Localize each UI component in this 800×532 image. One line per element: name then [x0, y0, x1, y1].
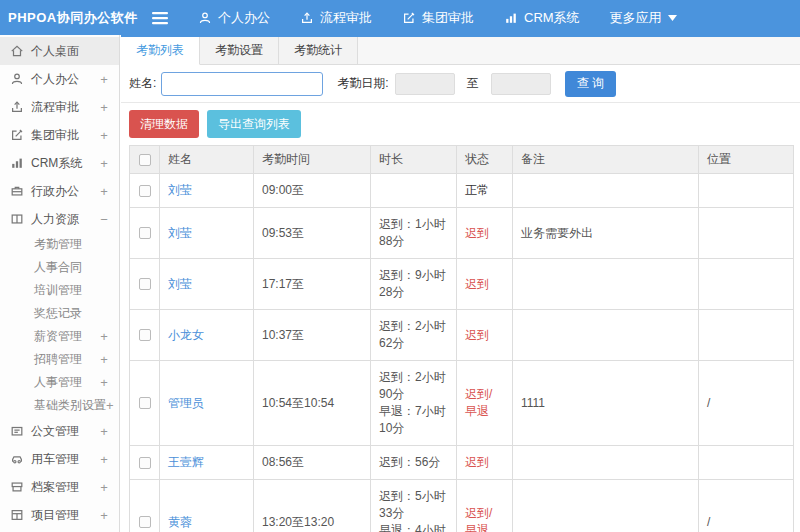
- note-cell: 1111: [513, 361, 699, 446]
- column-header: 备注: [513, 146, 699, 174]
- date-to-label: 至: [467, 75, 479, 92]
- location-cell: /: [699, 480, 794, 532]
- sidebar: 个人桌面个人办公+流程审批+集团审批+CRM系统+行政办公+人力资源−考勤管理人…: [0, 35, 120, 532]
- row-checkbox[interactable]: [139, 329, 151, 341]
- nav-item-crm-system[interactable]: CRM系统: [504, 9, 580, 27]
- select-all-checkbox[interactable]: [139, 154, 151, 166]
- name-cell: 管理员: [160, 361, 254, 446]
- sidebar-item-vehicle-management[interactable]: 用车管理+: [0, 445, 119, 473]
- sidebar-item-label: 档案管理: [31, 479, 92, 496]
- sidebar-subitem-salary-management[interactable]: 薪资管理+: [0, 325, 119, 348]
- note-cell: [513, 446, 699, 480]
- expand-icon: +: [99, 480, 109, 495]
- time-cell: 10:37至: [254, 310, 371, 361]
- row-checkbox[interactable]: [139, 227, 151, 239]
- location-cell: [699, 174, 794, 208]
- name-cell: 王壹辉: [160, 446, 254, 480]
- sidebar-item-crm-system[interactable]: CRM系统+: [0, 149, 119, 177]
- sidebar-item-personal-desktop[interactable]: 个人桌面: [0, 37, 119, 65]
- duration-cell: 迟到：2小时62分: [371, 310, 457, 361]
- expand-icon: +: [99, 72, 109, 87]
- duration-cell: 迟到：1小时88分: [371, 208, 457, 259]
- time-cell: 10:54至10:54: [254, 361, 371, 446]
- sidebar-item-admin-office[interactable]: 行政办公+: [0, 177, 119, 205]
- location-cell: [699, 446, 794, 480]
- sidebar-item-human-resources[interactable]: 人力资源−: [0, 205, 119, 233]
- tab-attendance-settings[interactable]: 考勤设置: [200, 37, 279, 64]
- sidebar-subitem-personnel-contract[interactable]: 人事合同: [0, 256, 119, 279]
- export-list-button[interactable]: 导出查询列表: [207, 110, 301, 138]
- nav-item-personal-office[interactable]: 个人办公: [198, 9, 270, 27]
- sidebar-subitem-training-management[interactable]: 培训管理: [0, 279, 119, 302]
- clean-data-button[interactable]: 清理数据: [129, 110, 199, 138]
- name-filter-input[interactable]: [161, 72, 323, 96]
- name-filter-label: 姓名:: [129, 75, 156, 92]
- expand-icon: [99, 279, 109, 302]
- employee-name-link[interactable]: 刘莹: [168, 277, 192, 291]
- nav-item-more-apps[interactable]: 更多应用: [610, 9, 677, 27]
- sidebar-subitem-basic-category-settings[interactable]: 基础类别设置+: [0, 394, 119, 417]
- employee-name-link[interactable]: 管理员: [168, 396, 204, 410]
- expand-icon: +: [99, 348, 109, 371]
- location-cell: /: [699, 361, 794, 446]
- status-cell: 正常: [457, 174, 513, 208]
- edit-icon: [402, 11, 416, 25]
- employee-name-link[interactable]: 小龙女: [168, 328, 204, 342]
- name-cell: 刘莹: [160, 174, 254, 208]
- nav-item-label: 更多应用: [610, 9, 662, 27]
- status-badge: 迟到: [465, 328, 489, 342]
- sidebar-item-personal-office[interactable]: 个人办公+: [0, 65, 119, 93]
- row-checkbox-cell: [130, 259, 160, 310]
- main-content: 考勤列表考勤设置考勤统计 姓名: 考勤日期: 至 查 询 清理数据 导出查询列表…: [121, 35, 800, 532]
- note-cell: [513, 174, 699, 208]
- date-to-input[interactable]: [491, 73, 551, 95]
- name-cell: 刘莹: [160, 208, 254, 259]
- employee-name-link[interactable]: 刘莹: [168, 183, 192, 197]
- caret-down-icon: [668, 15, 677, 21]
- search-button[interactable]: 查 询: [565, 71, 616, 97]
- row-checkbox[interactable]: [139, 516, 151, 528]
- sidebar-subitem-label: 考勤管理: [34, 233, 99, 256]
- top-nav: 个人办公流程审批集团审批CRM系统更多应用: [198, 9, 677, 27]
- time-cell: 17:17至: [254, 259, 371, 310]
- row-checkbox-cell: [130, 174, 160, 208]
- time-cell: 09:53至: [254, 208, 371, 259]
- sidebar-item-project-management[interactable]: 项目管理+: [0, 501, 119, 529]
- sidebar-item-group-approval[interactable]: 集团审批+: [0, 121, 119, 149]
- employee-name-link[interactable]: 黄蓉: [168, 515, 192, 529]
- sidebar-subitem-label: 奖惩记录: [34, 302, 99, 325]
- date-from-input[interactable]: [395, 73, 455, 95]
- attendance-table: 姓名考勤时间时长状态备注位置 刘莹09:00至正常刘莹09:53至迟到：1小时8…: [129, 145, 794, 532]
- table-row: 刘莹09:00至正常: [130, 174, 794, 208]
- tab-attendance-list[interactable]: 考勤列表: [121, 37, 200, 65]
- tab-attendance-statistics[interactable]: 考勤统计: [279, 37, 358, 64]
- table-row: 刘莹09:53至迟到：1小时88分迟到业务需要外出: [130, 208, 794, 259]
- status-cell: 迟到/早退: [457, 480, 513, 532]
- name-cell: 黄蓉: [160, 480, 254, 532]
- user-icon: [10, 72, 24, 86]
- expand-icon: +: [106, 394, 114, 417]
- sidebar-subitem-attendance-management[interactable]: 考勤管理: [0, 233, 119, 256]
- row-checkbox[interactable]: [139, 185, 151, 197]
- sidebar-item-archive-management[interactable]: 档案管理+: [0, 473, 119, 501]
- car-icon: [10, 452, 24, 466]
- sidebar-subitem-label: 人事合同: [34, 256, 99, 279]
- row-checkbox[interactable]: [139, 457, 151, 469]
- nav-item-group-approval[interactable]: 集团审批: [402, 9, 474, 27]
- table-row: 管理员10:54至10:54迟到：2小时90分早退：7小时10分迟到/早退111…: [130, 361, 794, 446]
- row-checkbox[interactable]: [139, 397, 151, 409]
- sidebar-item-workflow-approval[interactable]: 流程审批+: [0, 93, 119, 121]
- sidebar-subitem-reward-punishment-records[interactable]: 奖惩记录: [0, 302, 119, 325]
- chart-icon: [504, 11, 518, 25]
- sidebar-item-label: CRM系统: [31, 155, 92, 172]
- expand-icon: +: [99, 424, 109, 439]
- sidebar-subitem-personnel-management[interactable]: 人事管理+: [0, 371, 119, 394]
- employee-name-link[interactable]: 刘莹: [168, 226, 192, 240]
- nav-item-workflow-approval[interactable]: 流程审批: [300, 9, 372, 27]
- row-checkbox[interactable]: [139, 278, 151, 290]
- hamburger-menu-icon[interactable]: [152, 11, 168, 25]
- employee-name-link[interactable]: 王壹辉: [168, 455, 204, 469]
- sidebar-item-document-management[interactable]: 公文管理+: [0, 417, 119, 445]
- sidebar-subitem-recruitment-management[interactable]: 招聘管理+: [0, 348, 119, 371]
- status-cell: 迟到/早退: [457, 361, 513, 446]
